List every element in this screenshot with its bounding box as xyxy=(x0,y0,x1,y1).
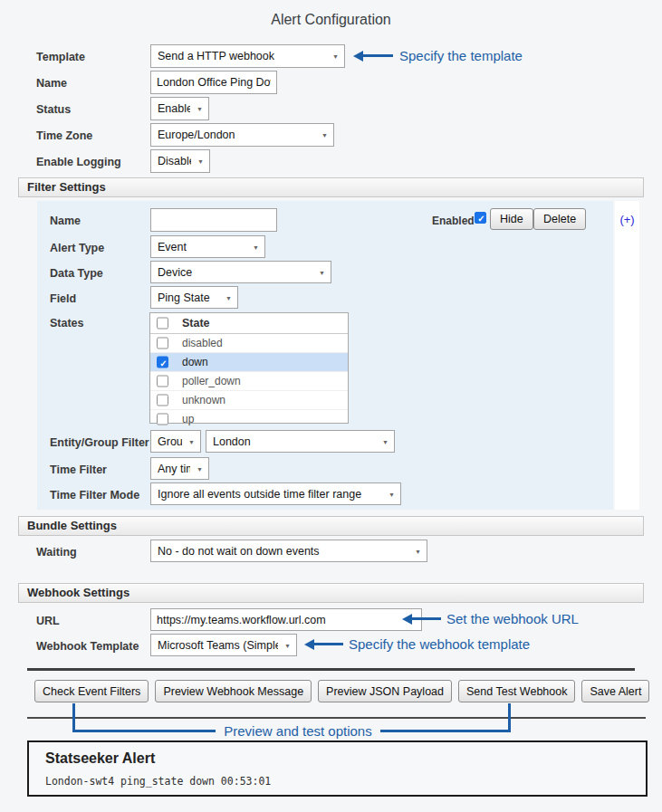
chevron-down-icon xyxy=(332,53,339,60)
state-row-down[interactable]: down xyxy=(150,353,348,372)
time-filter-label: Time Filter xyxy=(50,463,107,476)
chevron-down-icon xyxy=(253,244,259,250)
entity-group-filter-label: Entity/Group Filter xyxy=(50,436,149,449)
chevron-down-icon xyxy=(197,106,203,112)
webhook-url-input[interactable] xyxy=(150,608,422,631)
time-filter-mode-select[interactable]: Ignore all events outside time filter ra… xyxy=(150,482,401,505)
entity-group-type-value: Group xyxy=(158,435,182,448)
states-label: States xyxy=(50,317,84,330)
divider-rule-top xyxy=(27,668,635,671)
filter-enabled-checkbox[interactable] xyxy=(475,212,486,224)
webhook-template-annotation-line xyxy=(313,643,343,645)
state-checkbox[interactable] xyxy=(157,338,168,349)
time-zone-select-value: Europe/London xyxy=(158,129,235,141)
chevron-down-icon xyxy=(382,438,389,444)
state-row-up[interactable]: up xyxy=(150,410,348,428)
preview-json-payload-button[interactable]: Preview JSON Payload xyxy=(318,680,452,702)
states-table: State disabled down poller_down unknown … xyxy=(149,312,349,424)
webhook-template-annotation: Specify the webhook template xyxy=(349,636,530,652)
bracket-horizontal-right xyxy=(380,730,511,732)
data-type-label: Data Type xyxy=(50,267,103,280)
time-filter-mode-label: Time Filter Mode xyxy=(50,489,139,502)
enable-logging-select-value: Disabled xyxy=(158,155,191,167)
time-zone-label: Time Zone xyxy=(36,129,92,142)
template-annotation: Specify the template xyxy=(399,48,523,63)
state-checkbox[interactable] xyxy=(157,357,168,368)
bracket-left-line xyxy=(72,703,75,732)
filter-add-column: (+) xyxy=(615,201,639,510)
bracket-right-line xyxy=(508,703,511,732)
chevron-down-icon xyxy=(197,158,204,165)
entity-group-select[interactable]: London xyxy=(206,430,395,453)
name-label: Name xyxy=(36,77,67,90)
preview-webhook-message-button[interactable]: Preview Webhook Message xyxy=(155,680,312,702)
data-type-select[interactable]: Device xyxy=(150,261,331,283)
webhook-template-label: Webhook Template xyxy=(36,640,139,653)
states-header-label: State xyxy=(182,317,210,330)
state-checkbox[interactable] xyxy=(157,414,168,425)
chevron-down-icon xyxy=(284,642,291,648)
state-row-label: poller_down xyxy=(182,375,241,387)
alert-configuration-page: Alert Configuration Template Send a HTTP… xyxy=(0,0,662,812)
chevron-down-icon xyxy=(197,465,203,472)
delete-filter-button[interactable]: Delete xyxy=(533,208,586,230)
preview-test-annotation: Preview and test options xyxy=(216,723,380,739)
time-zone-select[interactable]: Europe/London xyxy=(150,123,334,147)
field-select-value: Ping State xyxy=(158,291,210,304)
template-select[interactable]: Send a HTTP webhook xyxy=(150,44,345,68)
state-row-label: down xyxy=(182,356,208,368)
field-select[interactable]: Ping State xyxy=(150,286,238,309)
template-label: Template xyxy=(36,51,85,63)
webhook-template-select-value: Microsoft Teams (Simple) xyxy=(158,639,278,652)
filter-name-input[interactable] xyxy=(150,208,277,232)
chevron-down-icon xyxy=(225,294,232,301)
chevron-down-icon xyxy=(389,491,395,497)
alert-preview-message: London-swt4 ping_state down 00:53:01 xyxy=(45,775,271,788)
status-label: Status xyxy=(36,103,71,116)
waiting-select[interactable]: No - do not wait on down events xyxy=(150,540,427,562)
divider-rule-bottom xyxy=(27,717,646,719)
url-annotation: Set the webhook URL xyxy=(446,611,579,626)
page-title: Alert Configuration xyxy=(0,12,662,28)
enable-logging-select[interactable]: Disabled xyxy=(150,149,210,173)
alert-type-select[interactable]: Event xyxy=(150,235,265,258)
filter-enabled-label: Enabled xyxy=(432,215,475,227)
add-filter-link[interactable]: (+) xyxy=(619,213,634,226)
time-filter-select[interactable]: Any time xyxy=(150,457,209,480)
state-checkbox[interactable] xyxy=(157,376,168,387)
url-annotation-line xyxy=(411,617,441,620)
bracket-horizontal-left xyxy=(72,730,216,732)
hide-filter-button[interactable]: Hide xyxy=(490,208,533,230)
template-select-value: Send a HTTP webhook xyxy=(158,50,274,62)
check-event-filters-button[interactable]: Check Event Filters xyxy=(34,680,149,702)
chevron-down-icon xyxy=(319,269,325,275)
template-annotation-line xyxy=(362,54,393,57)
state-row-unknown[interactable]: unknown xyxy=(150,391,348,410)
data-type-select-value: Device xyxy=(158,266,192,279)
webhook-template-select[interactable]: Microsoft Teams (Simple) xyxy=(150,634,297,656)
states-select-all-checkbox[interactable] xyxy=(157,318,168,330)
filter-name-label: Name xyxy=(50,215,81,227)
status-select[interactable]: Enabled xyxy=(150,97,209,120)
time-filter-mode-value: Ignore all events outside time filter ra… xyxy=(158,488,361,501)
state-checkbox[interactable] xyxy=(157,395,168,406)
send-test-webhook-button[interactable]: Send Test Webhook xyxy=(458,680,575,702)
state-row-disabled[interactable]: disabled xyxy=(150,334,348,353)
filter-settings-header: Filter Settings xyxy=(18,177,644,197)
waiting-select-value: No - do not wait on down events xyxy=(158,545,320,558)
entity-group-value: London xyxy=(213,435,251,448)
status-select-value: Enabled xyxy=(158,102,190,115)
time-filter-value: Any time xyxy=(158,463,190,475)
save-alert-button[interactable]: Save Alert xyxy=(581,680,649,702)
url-label: URL xyxy=(36,615,60,627)
state-row-label: unknown xyxy=(182,394,225,406)
chevron-down-icon xyxy=(188,438,195,444)
webhook-settings-header: Webhook Settings xyxy=(18,583,644,603)
state-row-poller-down[interactable]: poller_down xyxy=(150,372,348,391)
alert-preview-box: Statseeker Alert London-swt4 ping_state … xyxy=(27,740,648,797)
action-button-row: Check Event Filters Preview Webhook Mess… xyxy=(34,680,649,702)
entity-group-type-select[interactable]: Group xyxy=(150,430,201,453)
waiting-label: Waiting xyxy=(36,546,77,559)
alert-type-select-value: Event xyxy=(158,241,187,253)
name-input[interactable] xyxy=(150,71,277,94)
